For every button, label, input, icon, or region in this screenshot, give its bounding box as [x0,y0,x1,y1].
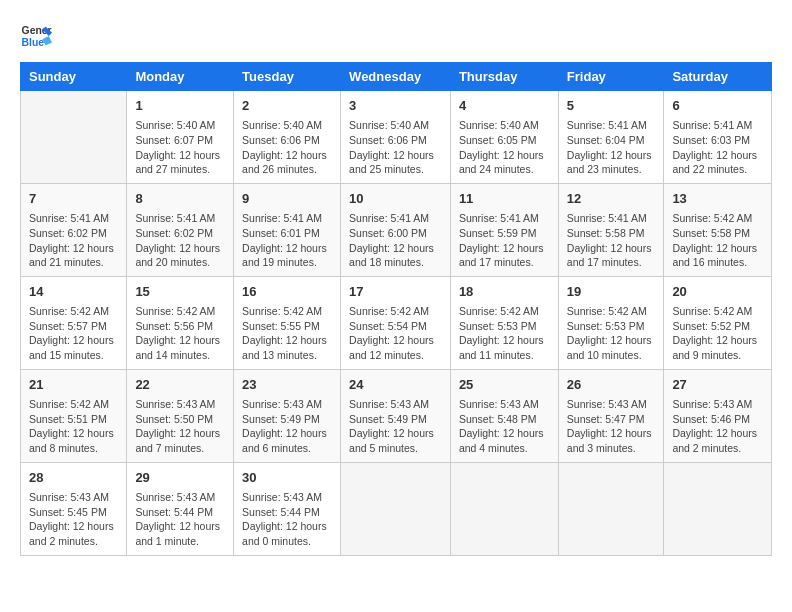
day-info: Sunrise: 5:43 AM Sunset: 5:49 PM Dayligh… [349,397,442,456]
calendar-cell: 29Sunrise: 5:43 AM Sunset: 5:44 PM Dayli… [127,462,234,555]
calendar-cell: 23Sunrise: 5:43 AM Sunset: 5:49 PM Dayli… [234,369,341,462]
day-info: Sunrise: 5:43 AM Sunset: 5:49 PM Dayligh… [242,397,332,456]
calendar-cell: 9Sunrise: 5:41 AM Sunset: 6:01 PM Daylig… [234,183,341,276]
calendar-cell: 11Sunrise: 5:41 AM Sunset: 5:59 PM Dayli… [450,183,558,276]
day-info: Sunrise: 5:43 AM Sunset: 5:45 PM Dayligh… [29,490,118,549]
day-number: 5 [567,97,656,115]
calendar-cell [21,91,127,184]
day-info: Sunrise: 5:42 AM Sunset: 5:53 PM Dayligh… [459,304,550,363]
day-info: Sunrise: 5:42 AM Sunset: 5:57 PM Dayligh… [29,304,118,363]
day-number: 14 [29,283,118,301]
day-info: Sunrise: 5:41 AM Sunset: 6:00 PM Dayligh… [349,211,442,270]
day-number: 28 [29,469,118,487]
day-info: Sunrise: 5:41 AM Sunset: 6:04 PM Dayligh… [567,118,656,177]
day-number: 10 [349,190,442,208]
day-info: Sunrise: 5:42 AM Sunset: 5:51 PM Dayligh… [29,397,118,456]
calendar-cell: 16Sunrise: 5:42 AM Sunset: 5:55 PM Dayli… [234,276,341,369]
day-number: 4 [459,97,550,115]
calendar-week-4: 21Sunrise: 5:42 AM Sunset: 5:51 PM Dayli… [21,369,772,462]
calendar-cell: 19Sunrise: 5:42 AM Sunset: 5:53 PM Dayli… [558,276,664,369]
calendar-cell [341,462,451,555]
calendar-cell: 4Sunrise: 5:40 AM Sunset: 6:05 PM Daylig… [450,91,558,184]
calendar-cell: 2Sunrise: 5:40 AM Sunset: 6:06 PM Daylig… [234,91,341,184]
calendar-cell: 15Sunrise: 5:42 AM Sunset: 5:56 PM Dayli… [127,276,234,369]
day-info: Sunrise: 5:43 AM Sunset: 5:44 PM Dayligh… [242,490,332,549]
calendar-cell: 18Sunrise: 5:42 AM Sunset: 5:53 PM Dayli… [450,276,558,369]
day-number: 9 [242,190,332,208]
calendar-cell: 5Sunrise: 5:41 AM Sunset: 6:04 PM Daylig… [558,91,664,184]
calendar-cell: 7Sunrise: 5:41 AM Sunset: 6:02 PM Daylig… [21,183,127,276]
day-info: Sunrise: 5:41 AM Sunset: 6:03 PM Dayligh… [672,118,763,177]
calendar-cell: 22Sunrise: 5:43 AM Sunset: 5:50 PM Dayli… [127,369,234,462]
calendar-cell [450,462,558,555]
calendar-cell: 6Sunrise: 5:41 AM Sunset: 6:03 PM Daylig… [664,91,772,184]
calendar-cell: 3Sunrise: 5:40 AM Sunset: 6:06 PM Daylig… [341,91,451,184]
day-number: 19 [567,283,656,301]
day-info: Sunrise: 5:40 AM Sunset: 6:05 PM Dayligh… [459,118,550,177]
day-number: 26 [567,376,656,394]
day-info: Sunrise: 5:40 AM Sunset: 6:06 PM Dayligh… [242,118,332,177]
day-info: Sunrise: 5:43 AM Sunset: 5:47 PM Dayligh… [567,397,656,456]
page-header: General Blue [20,20,772,52]
day-number: 24 [349,376,442,394]
col-header-saturday: Saturday [664,63,772,91]
day-info: Sunrise: 5:42 AM Sunset: 5:58 PM Dayligh… [672,211,763,270]
day-number: 16 [242,283,332,301]
day-number: 25 [459,376,550,394]
day-number: 30 [242,469,332,487]
day-info: Sunrise: 5:41 AM Sunset: 6:02 PM Dayligh… [29,211,118,270]
day-info: Sunrise: 5:40 AM Sunset: 6:06 PM Dayligh… [349,118,442,177]
calendar-cell: 1Sunrise: 5:40 AM Sunset: 6:07 PM Daylig… [127,91,234,184]
col-header-thursday: Thursday [450,63,558,91]
day-number: 15 [135,283,225,301]
calendar-header-row: SundayMondayTuesdayWednesdayThursdayFrid… [21,63,772,91]
calendar-cell: 10Sunrise: 5:41 AM Sunset: 6:00 PM Dayli… [341,183,451,276]
col-header-wednesday: Wednesday [341,63,451,91]
day-number: 27 [672,376,763,394]
day-number: 13 [672,190,763,208]
col-header-friday: Friday [558,63,664,91]
day-number: 6 [672,97,763,115]
calendar-cell: 21Sunrise: 5:42 AM Sunset: 5:51 PM Dayli… [21,369,127,462]
calendar-cell: 25Sunrise: 5:43 AM Sunset: 5:48 PM Dayli… [450,369,558,462]
calendar-week-5: 28Sunrise: 5:43 AM Sunset: 5:45 PM Dayli… [21,462,772,555]
day-number: 21 [29,376,118,394]
day-info: Sunrise: 5:43 AM Sunset: 5:44 PM Dayligh… [135,490,225,549]
calendar-cell: 24Sunrise: 5:43 AM Sunset: 5:49 PM Dayli… [341,369,451,462]
calendar-cell: 17Sunrise: 5:42 AM Sunset: 5:54 PM Dayli… [341,276,451,369]
col-header-monday: Monday [127,63,234,91]
day-info: Sunrise: 5:43 AM Sunset: 5:48 PM Dayligh… [459,397,550,456]
day-number: 18 [459,283,550,301]
day-info: Sunrise: 5:41 AM Sunset: 6:01 PM Dayligh… [242,211,332,270]
day-info: Sunrise: 5:42 AM Sunset: 5:52 PM Dayligh… [672,304,763,363]
day-number: 2 [242,97,332,115]
calendar-week-1: 1Sunrise: 5:40 AM Sunset: 6:07 PM Daylig… [21,91,772,184]
day-number: 12 [567,190,656,208]
day-info: Sunrise: 5:41 AM Sunset: 5:58 PM Dayligh… [567,211,656,270]
logo-icon: General Blue [20,20,52,52]
day-info: Sunrise: 5:43 AM Sunset: 5:46 PM Dayligh… [672,397,763,456]
calendar-cell [558,462,664,555]
day-info: Sunrise: 5:43 AM Sunset: 5:50 PM Dayligh… [135,397,225,456]
col-header-sunday: Sunday [21,63,127,91]
day-info: Sunrise: 5:42 AM Sunset: 5:55 PM Dayligh… [242,304,332,363]
day-info: Sunrise: 5:42 AM Sunset: 5:54 PM Dayligh… [349,304,442,363]
day-number: 1 [135,97,225,115]
calendar-cell: 26Sunrise: 5:43 AM Sunset: 5:47 PM Dayli… [558,369,664,462]
calendar-week-2: 7Sunrise: 5:41 AM Sunset: 6:02 PM Daylig… [21,183,772,276]
day-number: 8 [135,190,225,208]
calendar-table: SundayMondayTuesdayWednesdayThursdayFrid… [20,62,772,556]
day-number: 17 [349,283,442,301]
day-info: Sunrise: 5:41 AM Sunset: 6:02 PM Dayligh… [135,211,225,270]
calendar-cell: 13Sunrise: 5:42 AM Sunset: 5:58 PM Dayli… [664,183,772,276]
day-number: 11 [459,190,550,208]
day-info: Sunrise: 5:41 AM Sunset: 5:59 PM Dayligh… [459,211,550,270]
col-header-tuesday: Tuesday [234,63,341,91]
svg-text:Blue: Blue [22,37,45,48]
day-number: 23 [242,376,332,394]
calendar-cell: 12Sunrise: 5:41 AM Sunset: 5:58 PM Dayli… [558,183,664,276]
calendar-week-3: 14Sunrise: 5:42 AM Sunset: 5:57 PM Dayli… [21,276,772,369]
day-number: 3 [349,97,442,115]
day-number: 22 [135,376,225,394]
day-info: Sunrise: 5:42 AM Sunset: 5:56 PM Dayligh… [135,304,225,363]
